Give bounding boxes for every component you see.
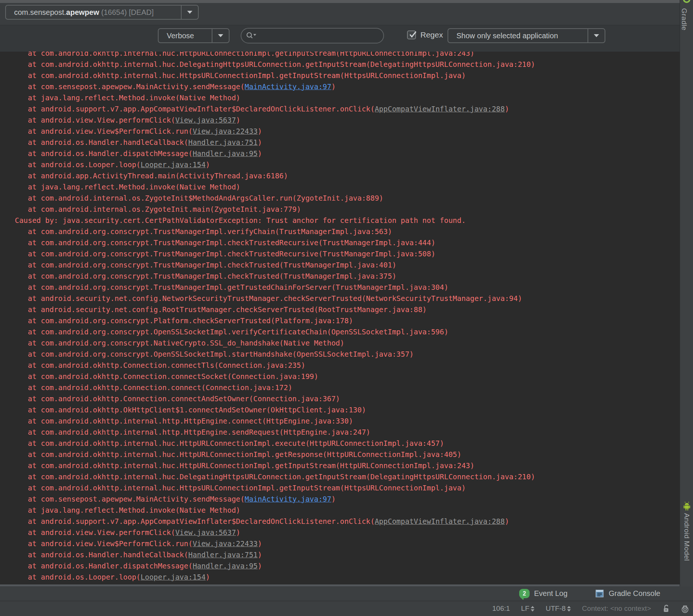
toolbar-process-row: com.sensepost.apewpew (16654) [DEAD] <box>0 3 680 25</box>
stacktrace-link[interactable]: Handler.java:95 <box>193 149 258 158</box>
log-text: at com.android.okhttp.internal.huc.HttpU… <box>28 52 474 58</box>
regex-checkbox[interactable] <box>407 30 416 39</box>
log-text: ) <box>258 138 262 147</box>
log-line: at com.android.internal.os.ZygoteInit$Me… <box>15 193 680 204</box>
log-line: at com.android.okhttp.Connection.connect… <box>15 371 680 382</box>
log-text: at com.android.okhttp.Connection.connect… <box>28 372 318 381</box>
process-name: apewpew <box>66 8 99 16</box>
log-text: at com.android.org.conscrypt.TrustManage… <box>28 261 396 269</box>
logcat-output[interactable]: at com.android.okhttp.internal.huc.HttpU… <box>0 52 680 584</box>
stacktrace-link[interactable]: AppCompatViewInflater.java:288 <box>375 517 505 526</box>
log-text: at android.os.Handler.handleCallback( <box>28 138 188 147</box>
updown-icon <box>567 606 571 612</box>
filter-mode-selector[interactable]: Show only selected application <box>448 28 605 43</box>
log-level-arrow[interactable] <box>212 34 229 37</box>
context-indicator: Context: <no context> <box>582 604 651 613</box>
log-line: at com.android.okhttp.Connection.connect… <box>15 360 680 371</box>
log-text: at com.android.okhttp.internal.huc.Deleg… <box>28 473 535 481</box>
log-line: at com.android.okhttp.Connection.connect… <box>15 382 680 393</box>
log-text: at com.android.org.conscrypt.TrustManage… <box>28 272 396 281</box>
log-level-selector[interactable]: Verbose <box>158 28 230 43</box>
stacktrace-link[interactable]: MainActivity.java:97 <box>245 495 331 503</box>
log-text: at android.view.View.performClick( <box>28 116 175 124</box>
log-line: at android.app.ActivityThread.main(Activ… <box>15 171 680 182</box>
log-level-value: Verbose <box>159 32 212 40</box>
gradle-icon <box>682 0 692 4</box>
log-text: at com.android.internal.os.ZygoteInit$Me… <box>28 194 383 202</box>
log-text: at android.view.View$PerformClick.run( <box>28 539 193 548</box>
cursor-position[interactable]: 106:1 <box>492 604 510 613</box>
process-meta: (16654) [DEAD] <box>99 8 154 16</box>
stacktrace-link[interactable]: View.java:22433 <box>193 539 258 548</box>
log-line: at android.view.View$PerformClick.run(Vi… <box>15 126 680 137</box>
log-line: at android.os.Handler.dispatchMessage(Ha… <box>15 148 680 159</box>
filter-mode-value: Show only selected application <box>448 32 588 40</box>
window-top-edge <box>0 0 693 3</box>
stacktrace-link[interactable]: MainActivity.java:97 <box>245 82 331 91</box>
log-line: at com.android.org.conscrypt.TrustManage… <box>15 260 680 271</box>
gradle-console-button[interactable]: Gradle Console <box>595 586 660 601</box>
log-line: at com.android.org.conscrypt.TrustManage… <box>15 237 680 249</box>
process-selector[interactable]: com.sensepost.apewpew (16654) [DEAD] <box>5 5 199 20</box>
event-log-button[interactable]: 2 Event Log <box>519 586 567 601</box>
log-line: at java.lang.reflect.Method.invoke(Nativ… <box>15 93 680 104</box>
stacktrace-link[interactable]: Looper.java:154 <box>141 161 206 169</box>
stacktrace-link[interactable]: Handler.java:95 <box>193 562 258 570</box>
stacktrace-link[interactable]: View.java:22433 <box>193 127 258 136</box>
inspector-icon[interactable] <box>680 604 690 614</box>
regex-checkbox-group[interactable]: Regex <box>407 30 443 39</box>
log-text: at com.android.okhttp.internal.huc.Deleg… <box>28 60 535 69</box>
android-model-tool-button[interactable]: Android Model <box>680 501 693 561</box>
search-icon[interactable] <box>246 31 257 40</box>
log-line: at com.android.internal.os.ZygoteInit.ma… <box>15 204 680 215</box>
gradle-tool-button[interactable]: Gradle <box>680 0 693 30</box>
log-text: at android.security.net.config.RootTrust… <box>28 305 427 314</box>
log-text: at android.os.Looper.loop( <box>28 573 141 581</box>
encoding-indicator[interactable]: UTF-8 <box>546 604 571 613</box>
log-text: at com.android.okhttp.internal.huc.HttpU… <box>28 439 444 448</box>
log-text: at com.android.okhttp.Connection.connect… <box>28 395 340 403</box>
log-line: at com.android.okhttp.internal.huc.HttpU… <box>15 460 680 471</box>
stacktrace-link[interactable]: AppCompatViewInflater.java:288 <box>375 105 505 113</box>
stacktrace-link[interactable]: View.java:5637 <box>175 116 236 124</box>
regex-label: Regex <box>420 30 443 39</box>
log-line: at java.lang.reflect.Method.invoke(Nativ… <box>15 182 680 193</box>
log-line: at android.view.View.performClick(View.j… <box>15 527 680 538</box>
process-name-prefix: com.sensepost. <box>14 8 66 16</box>
log-text: at android.app.ActivityThread.main(Activ… <box>28 172 288 180</box>
bottom-tool-bar: 2 Event Log Gradle Console <box>0 586 693 601</box>
log-line: at android.os.Handler.handleCallback(Han… <box>15 137 680 148</box>
chevron-down-icon <box>594 34 599 37</box>
log-text: at android.os.Handler.handleCallback( <box>28 551 188 559</box>
stacktrace-link[interactable]: Looper.java:154 <box>141 573 206 581</box>
log-text: at android.security.net.config.NetworkSe… <box>28 294 522 303</box>
stacktrace-link[interactable]: View.java:5637 <box>175 528 236 537</box>
line-separator-value: LF <box>521 604 529 613</box>
search-input[interactable] <box>257 32 383 40</box>
log-line: at com.android.org.conscrypt.NativeCrypt… <box>15 338 680 349</box>
filter-mode-arrow[interactable] <box>588 34 605 37</box>
log-text: at com.android.org.conscrypt.Platform.ch… <box>28 317 353 325</box>
stacktrace-link[interactable]: Handler.java:751 <box>188 551 258 559</box>
log-line: at android.os.Looper.loop(Looper.java:15… <box>15 572 680 583</box>
log-line: at com.sensepost.apewpew.MainActivity.se… <box>15 494 680 505</box>
stacktrace-link[interactable]: Handler.java:751 <box>188 138 258 147</box>
chevron-down-icon <box>187 11 192 14</box>
log-text: ) <box>258 562 262 570</box>
log-text: at com.android.org.conscrypt.TrustManage… <box>28 250 435 258</box>
log-text: at android.os.Handler.dispatchMessage( <box>28 149 193 158</box>
process-selector-arrow[interactable] <box>182 11 198 14</box>
log-text: ) <box>236 528 240 537</box>
log-text: ) <box>505 517 509 526</box>
log-line: at com.android.okhttp.internal.huc.Deleg… <box>15 471 680 483</box>
log-text: at android.view.View$PerformClick.run( <box>28 127 193 136</box>
log-text: at com.android.okhttp.internal.huc.Https… <box>28 71 466 80</box>
log-line: at android.os.Handler.handleCallback(Han… <box>15 549 680 561</box>
log-text: Caused by: java.security.cert.CertPathVa… <box>15 216 466 225</box>
log-text: at android.os.Handler.dispatchMessage( <box>28 562 193 570</box>
lock-icon[interactable] <box>662 604 670 613</box>
line-separator-indicator[interactable]: LF <box>521 604 534 613</box>
search-field[interactable] <box>241 28 384 43</box>
log-text: at com.android.okhttp.internal.http.Http… <box>28 417 353 425</box>
log-line: at com.android.okhttp.internal.huc.Https… <box>15 483 680 494</box>
